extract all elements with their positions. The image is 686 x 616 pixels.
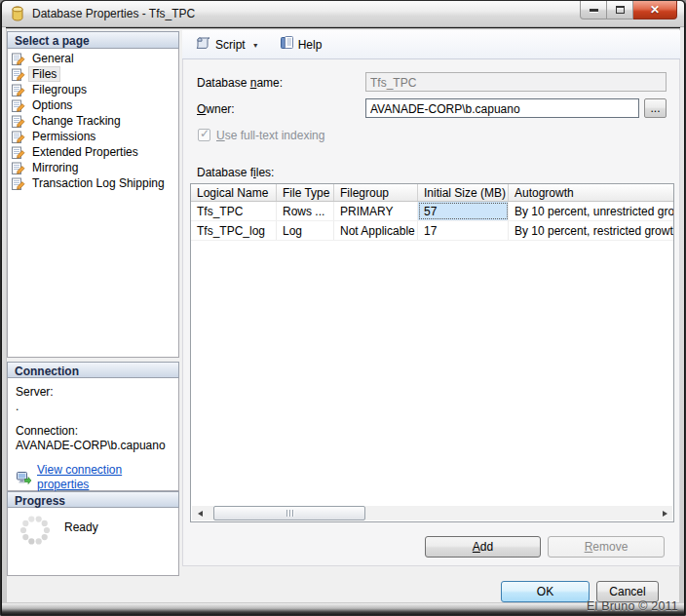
- page-pencil-icon: [12, 146, 25, 159]
- sidebar-page-item[interactable]: Permissions: [8, 129, 178, 144]
- arrow-right-icon: [663, 511, 670, 517]
- table-row: Tfs_TPC_log Log Not Applicable 17 By 10 …: [191, 221, 673, 241]
- fulltext-label: Use full-text indexing: [216, 129, 324, 142]
- cell-file-type[interactable]: Rows ...: [277, 202, 334, 220]
- cell-logical-name[interactable]: Tfs_TPC: [191, 202, 277, 220]
- sidebar-page-item[interactable]: Extended Properties: [8, 144, 178, 160]
- script-button[interactable]: Script ▼: [191, 33, 265, 57]
- connection-label: Connection:: [16, 424, 172, 439]
- connection-properties-icon: [16, 470, 32, 485]
- window-title: Database Properties - Tfs_TPC: [32, 7, 195, 20]
- sidebar-page-item[interactable]: Transaction Log Shipping: [8, 175, 178, 191]
- progress-spinner-icon: [19, 514, 52, 547]
- sidebar-page-label: Filegroups: [29, 83, 90, 96]
- col-header-logical-name: Logical Name: [191, 184, 277, 201]
- sidebar-page-item[interactable]: General: [8, 51, 178, 66]
- cell-initial-size[interactable]: 17: [418, 221, 509, 240]
- scroll-left-button[interactable]: [192, 506, 207, 520]
- window-frame-right: [680, 27, 684, 603]
- script-icon: [195, 35, 211, 55]
- page-pencil-icon: [12, 68, 25, 81]
- sidebar-page-label: Permissions: [29, 130, 98, 143]
- table-row: Tfs_TPC Rows ... PRIMARY 57 By 10 percen…: [191, 202, 673, 221]
- connection-value: AVANADE-CORP\b.capuano: [16, 439, 172, 453]
- server-value: .: [16, 400, 172, 414]
- owner-browse-button[interactable]: ...: [644, 98, 667, 118]
- fulltext-checkbox: ✓: [198, 129, 210, 141]
- sidebar-page-item[interactable]: Options: [8, 97, 178, 113]
- cell-logical-name[interactable]: Tfs_TPC_log: [191, 221, 277, 240]
- page-pencil-icon: [12, 131, 25, 143]
- database-name-label: Database name:: [197, 76, 283, 90]
- dialog-toolbar: Script ▼ Help: [182, 30, 680, 59]
- maximize-button[interactable]: [607, 1, 633, 19]
- grid-horizontal-scrollbar[interactable]: [192, 506, 672, 520]
- close-icon: ✕: [650, 3, 660, 17]
- help-button[interactable]: Help: [275, 33, 326, 56]
- watermark: El Bruno © 2011: [587, 599, 678, 613]
- col-header-initial-size: Initial Size (MB): [418, 184, 509, 201]
- sidebar-page-label: Transaction Log Shipping: [29, 176, 168, 190]
- database-properties-window: Database Properties - Tfs_TPC ✕ El Bruno…: [0, 0, 686, 616]
- sidebar-page-label: Extended Properties: [29, 145, 141, 159]
- sidebar-page-item[interactable]: Filegroups: [8, 82, 178, 97]
- col-header-filegroup: Filegroup: [334, 184, 418, 201]
- connection-header: Connection: [7, 362, 179, 378]
- cell-autogrowth[interactable]: By 10 percent, restricted growth to: [509, 221, 673, 240]
- chevron-down-icon[interactable]: ▼: [252, 42, 259, 49]
- page-pencil-icon: [12, 177, 25, 190]
- select-page-header: Select a page: [7, 31, 179, 49]
- cell-initial-size[interactable]: 57: [418, 202, 509, 220]
- cell-file-type[interactable]: Log: [277, 221, 334, 240]
- checkmark-icon: ✓: [200, 127, 210, 140]
- ok-button[interactable]: OK: [501, 581, 590, 602]
- cell-filegroup[interactable]: PRIMARY: [334, 202, 418, 220]
- sidebar-page-item[interactable]: Mirroring: [8, 160, 178, 175]
- grid-header-row: Logical Name File Type Filegroup Initial…: [191, 184, 673, 202]
- database-files-grid: Logical Name File Type Filegroup Initial…: [190, 183, 674, 522]
- sidebar-page-label: General: [29, 52, 77, 65]
- script-label: Script: [215, 38, 246, 52]
- maximize-icon: [616, 6, 625, 14]
- sidebar-page-item[interactable]: Change Tracking: [8, 113, 178, 129]
- cell-autogrowth[interactable]: By 10 percent, unrestricted growth: [509, 202, 673, 220]
- files-page-panel: Database name: Owner: ... ✓ Use full-tex…: [182, 59, 680, 566]
- remove-button: Remove: [548, 536, 665, 558]
- page-list: General Files: [7, 49, 179, 358]
- page-pencil-icon: [12, 99, 25, 112]
- dialog-client-area: Select a page General: [6, 28, 680, 603]
- connection-panel: Server: . Connection: AVANADE-CORP\b.cap…: [7, 378, 179, 491]
- sidebar-page-label: Mirroring: [29, 161, 81, 174]
- col-header-autogrowth: Autogrowth: [509, 184, 673, 201]
- sidebar-page-label: Options: [29, 98, 75, 112]
- owner-label: Owner:: [197, 102, 235, 116]
- database-files-label: Database files:: [197, 166, 274, 179]
- minimize-button[interactable]: [580, 1, 607, 19]
- progress-panel: Ready: [7, 508, 179, 576]
- owner-input[interactable]: [365, 98, 639, 118]
- col-header-file-type: File Type: [277, 184, 334, 201]
- minimize-icon: [590, 9, 598, 12]
- database-icon: [10, 6, 25, 21]
- arrow-left-icon: [195, 511, 203, 517]
- page-pencil-icon: [12, 162, 25, 174]
- cell-filegroup[interactable]: Not Applicable: [334, 221, 418, 240]
- server-label: Server:: [16, 385, 172, 400]
- page-pencil-icon: [12, 115, 25, 128]
- page-pencil-icon: [12, 84, 25, 96]
- sidebar-page-item[interactable]: Files: [8, 66, 178, 82]
- sidebar-page-label: Files: [29, 67, 59, 81]
- progress-header: Progress: [7, 491, 179, 508]
- scrollbar-track[interactable]: [207, 506, 658, 520]
- add-button[interactable]: Add: [425, 536, 541, 558]
- window-frame-bottom: [2, 603, 684, 616]
- sidebar-page-label: Change Tracking: [29, 114, 124, 128]
- close-button[interactable]: ✕: [633, 1, 677, 19]
- help-icon: [279, 35, 294, 54]
- page-pencil-icon: [12, 53, 25, 65]
- scroll-right-button[interactable]: [658, 506, 672, 520]
- scrollbar-thumb[interactable]: [213, 506, 365, 520]
- progress-status: Ready: [64, 520, 98, 534]
- view-connection-properties-link[interactable]: View connection properties: [37, 463, 172, 492]
- help-label: Help: [298, 38, 323, 52]
